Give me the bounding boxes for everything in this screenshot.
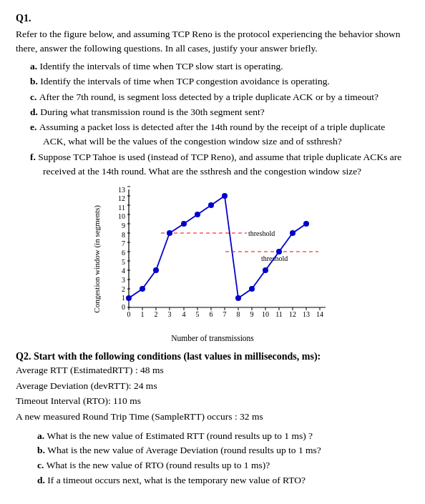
chart-area: Congestion window (in segments) 0 1 2 3 … — [92, 186, 333, 332]
q1-part-d: d. During what transmission round is the… — [30, 105, 409, 119]
q2-data-2: Timeout Interval (RTO): 110 ms — [16, 393, 409, 409]
q2-part-c-text: What is the new value of RTO (round resu… — [47, 460, 270, 470]
svg-text:0: 0 — [127, 310, 131, 318]
svg-text:14: 14 — [316, 310, 323, 318]
svg-text:threshold: threshold — [248, 229, 275, 237]
svg-point-71 — [208, 202, 214, 208]
tcp-chart: 0 1 2 3 4 5 6 7 8 9 10 11 12 13 — [104, 186, 333, 329]
q1-part-d-label: d. — [30, 107, 40, 117]
q2-parts-list: a. What is the new value of Estimated RT… — [16, 429, 409, 489]
q2-label: Q2. Start with the following conditions … — [16, 351, 321, 362]
q2-data-0: Average RTT (EstimatedRTT) : 48 ms — [16, 362, 409, 378]
svg-text:2: 2 — [122, 285, 125, 293]
q1-part-f: f. Suppose TCP Tahoe is used (instead of… — [30, 150, 409, 179]
svg-point-73 — [235, 295, 241, 301]
svg-text:0: 0 — [122, 303, 125, 311]
svg-text:6: 6 — [122, 249, 125, 257]
svg-text:6: 6 — [210, 310, 213, 318]
q2-part-d-label: d. — [37, 475, 47, 485]
svg-text:5: 5 — [196, 310, 200, 318]
y-axis-label: Congestion window (in segments) — [92, 205, 101, 313]
svg-text:5: 5 — [122, 258, 125, 266]
q2-intro: Start with the following conditions (las… — [34, 351, 321, 362]
svg-text:8: 8 — [237, 310, 240, 318]
svg-text:4: 4 — [122, 267, 125, 275]
svg-text:3: 3 — [168, 310, 172, 318]
q2-part-a-text: What is the new value of Estimated RTT (… — [47, 430, 313, 441]
q2-strong: Q2. — [16, 351, 31, 362]
q1-part-b-label: b. — [30, 76, 40, 87]
svg-text:9: 9 — [122, 222, 125, 229]
svg-point-65 — [126, 295, 132, 301]
x-axis-label: Number of transmissions — [171, 334, 254, 342]
svg-text:13: 13 — [118, 186, 125, 194]
q2-data-3: A new measured Round Trip Time (SampleRT… — [16, 409, 409, 425]
svg-text:7: 7 — [223, 310, 227, 318]
q1-part-e: e. Assuming a packet loss is detected af… — [30, 120, 409, 149]
svg-text:11: 11 — [118, 204, 125, 212]
q2-part-a: a. What is the new value of Estimated RT… — [37, 429, 409, 444]
q1-part-a-label: a. — [30, 61, 40, 71]
svg-point-70 — [195, 212, 200, 217]
q1-part-a-text: Identify the intervals of time when TCP … — [40, 61, 283, 71]
q1-part-f-label: f. — [30, 152, 38, 162]
q1-part-c-text: After the 7th round, is segment loss det… — [39, 92, 378, 102]
q1-part-a: a. Identify the intervals of time when T… — [30, 59, 409, 74]
q2-part-b-text: What is the new value of Average Deviati… — [47, 445, 321, 455]
svg-line-64 — [225, 196, 238, 298]
q2-part-d: d. If a timeout occurs next, what is the… — [37, 473, 409, 488]
q2-part-c: c. What is the new value of RTO (round r… — [37, 458, 409, 473]
q2-part-b: b. What is the new value of Average Devi… — [37, 443, 409, 458]
svg-text:12: 12 — [118, 194, 125, 202]
svg-text:8: 8 — [122, 231, 125, 239]
q1-intro: Refer to the figure below, and assuming … — [16, 27, 409, 55]
q2-part-a-label: a. — [37, 430, 47, 441]
q2-part-b-label: b. — [37, 445, 47, 455]
svg-text:1: 1 — [122, 294, 125, 302]
svg-point-78 — [303, 221, 309, 227]
q1-part-c: c. After the 7th round, is segment loss … — [30, 90, 409, 104]
svg-text:13: 13 — [303, 310, 310, 318]
q1-parts-list: a. Identify the intervals of time when T… — [16, 59, 409, 179]
svg-text:11: 11 — [275, 310, 283, 318]
svg-text:12: 12 — [289, 310, 296, 318]
svg-point-72 — [222, 193, 228, 199]
svg-point-74 — [249, 286, 255, 292]
svg-text:3: 3 — [122, 276, 125, 284]
svg-point-68 — [167, 230, 172, 236]
q1-part-c-label: c. — [30, 92, 39, 102]
svg-text:2: 2 — [155, 310, 158, 318]
q1-part-e-label: e. — [30, 122, 39, 132]
q1-label: Q1. — [16, 13, 409, 24]
q1-part-b-text: Identify the intervals of time when TCP … — [40, 76, 330, 87]
svg-point-66 — [140, 286, 145, 292]
svg-text:7: 7 — [122, 239, 125, 247]
svg-text:9: 9 — [250, 310, 254, 318]
q1-section: Q1. Refer to the figure below, and assum… — [16, 13, 409, 342]
q2-data-block: Average RTT (EstimatedRTT) : 48 ms Avera… — [16, 362, 409, 424]
svg-point-69 — [181, 221, 187, 227]
q2-data-1: Average Deviation (devRTT): 24 ms — [16, 378, 409, 394]
q1-part-f-text: Suppose TCP Tahoe is used (instead of TC… — [38, 152, 401, 177]
q2-part-c-label: c. — [37, 460, 47, 470]
chart-svg: 0 1 2 3 4 5 6 7 8 9 10 11 12 13 — [104, 186, 333, 332]
svg-text:10: 10 — [262, 310, 269, 318]
svg-point-67 — [153, 267, 159, 273]
svg-text:4: 4 — [182, 310, 186, 318]
q1-part-e-text: Assuming a packet loss is detected after… — [39, 122, 386, 147]
svg-point-76 — [276, 249, 282, 255]
svg-text:10: 10 — [118, 212, 125, 220]
chart-container: Congestion window (in segments) 0 1 2 3 … — [16, 186, 409, 342]
q1-part-b: b. Identify the intervals of time when T… — [30, 74, 409, 89]
svg-text:1: 1 — [141, 310, 145, 318]
q1-part-d-text: During what transmission round is the 30… — [40, 107, 264, 117]
svg-point-77 — [290, 230, 295, 236]
q2-section: Q2. Start with the following conditions … — [16, 351, 409, 488]
q2-part-d-text: If a timeout occurs next, what is the te… — [47, 475, 306, 485]
svg-point-75 — [263, 267, 268, 273]
